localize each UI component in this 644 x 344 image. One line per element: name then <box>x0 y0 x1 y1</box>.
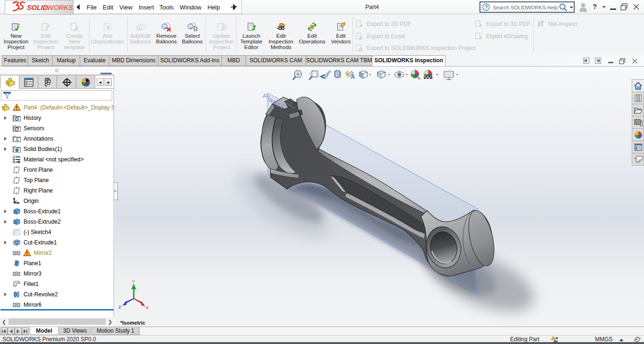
svg-text:Z: Z <box>118 304 121 310</box>
svg-text:Y: Y <box>132 279 135 284</box>
svg-text:*Isometric: *Isometric <box>120 320 145 326</box>
svg-text:SOLID: SOLID <box>27 4 48 11</box>
svg-text:?: ? <box>485 4 488 10</box>
svg-text:A: A <box>351 74 355 80</box>
svg-text:X: X <box>146 305 149 310</box>
svg-text:A: A <box>16 138 19 143</box>
svg-text:WORKS: WORKS <box>47 4 73 11</box>
